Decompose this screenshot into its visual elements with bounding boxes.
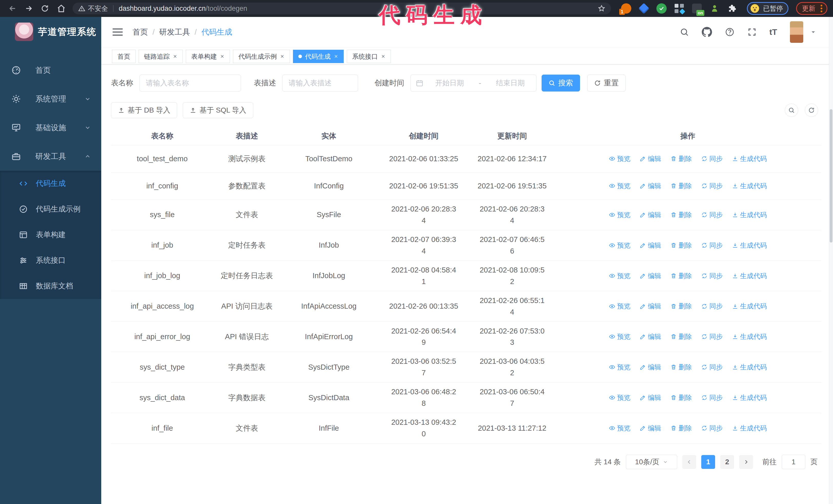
extension-dark-icon[interactable]: on: [691, 3, 702, 14]
preview-link[interactable]: 预览: [609, 210, 630, 220]
sidebar-item-codegen[interactable]: 代码生成: [0, 171, 101, 196]
table-desc-input[interactable]: [282, 75, 358, 92]
sidebar-item-home[interactable]: 首页: [0, 56, 101, 85]
generate-code-link[interactable]: 生成代码: [732, 271, 767, 281]
sync-link[interactable]: 同步: [701, 423, 723, 433]
table-name-input[interactable]: [139, 75, 241, 92]
sync-link[interactable]: 同步: [701, 362, 723, 372]
tab-system-api[interactable]: 系统接口×: [347, 50, 391, 63]
browser-update-button[interactable]: 更新: [796, 2, 827, 15]
generate-code-link[interactable]: 生成代码: [732, 362, 767, 372]
generate-code-link[interactable]: 生成代码: [732, 210, 767, 220]
home-icon[interactable]: [54, 2, 68, 16]
breadcrumb-devtools[interactable]: 研发工具: [159, 27, 190, 38]
reload-icon[interactable]: [38, 2, 52, 16]
sync-link[interactable]: 同步: [701, 181, 723, 191]
edit-link[interactable]: 编辑: [640, 423, 661, 433]
reset-button[interactable]: 重置: [587, 75, 626, 92]
sidebar-item-system-api[interactable]: 系统接口: [0, 248, 101, 273]
forward-icon[interactable]: [22, 2, 35, 16]
toggle-search-icon[interactable]: [785, 103, 798, 117]
generate-code-link[interactable]: 生成代码: [732, 240, 767, 250]
delete-link[interactable]: 删除: [670, 423, 692, 433]
preview-link[interactable]: 预览: [609, 332, 630, 342]
page-button-2[interactable]: 2: [720, 455, 734, 469]
user-avatar[interactable]: [790, 21, 803, 43]
delete-link[interactable]: 删除: [670, 210, 692, 220]
import-sql-button[interactable]: 基于 SQL 导入: [183, 102, 253, 118]
edit-link[interactable]: 编辑: [640, 271, 661, 281]
sync-link[interactable]: 同步: [701, 240, 723, 250]
font-size-icon[interactable]: tT: [769, 27, 777, 37]
close-icon[interactable]: ×: [334, 53, 338, 60]
delete-link[interactable]: 删除: [670, 240, 692, 250]
tab-form-builder[interactable]: 表单构建×: [186, 50, 230, 63]
close-icon[interactable]: ×: [220, 53, 224, 60]
import-db-button[interactable]: 基于 DB 导入: [111, 102, 177, 118]
generate-code-link[interactable]: 生成代码: [732, 392, 767, 403]
kebab-menu-icon[interactable]: [820, 4, 823, 13]
generate-code-link[interactable]: 生成代码: [732, 301, 767, 311]
extension-check-icon[interactable]: [656, 3, 667, 14]
edit-link[interactable]: 编辑: [640, 362, 661, 372]
page-button-1[interactable]: 1: [701, 455, 715, 469]
date-range-picker[interactable]: 开始日期 - 结束日期: [410, 75, 537, 92]
back-icon[interactable]: [6, 2, 19, 16]
sync-link[interactable]: 同步: [701, 392, 723, 403]
close-icon[interactable]: ×: [381, 53, 385, 60]
generate-code-link[interactable]: 生成代码: [732, 423, 767, 433]
sync-link[interactable]: 同步: [701, 271, 723, 281]
tab-home[interactable]: 首页: [112, 50, 136, 63]
bookmark-star-icon[interactable]: [598, 5, 605, 12]
refresh-table-icon[interactable]: [805, 103, 818, 117]
preview-link[interactable]: 预览: [609, 181, 630, 191]
tab-codegen[interactable]: 代码生成×: [293, 50, 344, 63]
fullscreen-icon[interactable]: [747, 27, 757, 37]
sync-link[interactable]: 同步: [701, 332, 723, 342]
edit-link[interactable]: 编辑: [640, 153, 661, 164]
next-page-button[interactable]: [739, 455, 753, 469]
preview-link[interactable]: 预览: [609, 240, 630, 250]
delete-link[interactable]: 删除: [670, 392, 692, 403]
scrollbar-thumb[interactable]: [830, 109, 832, 242]
preview-link[interactable]: 预览: [609, 423, 630, 433]
preview-link[interactable]: 预览: [609, 362, 630, 372]
generate-code-link[interactable]: 生成代码: [732, 181, 767, 191]
sidebar-item-form-builder[interactable]: 表单构建: [0, 222, 101, 248]
sidebar-item-dev-tools[interactable]: 研发工具: [0, 142, 101, 171]
extension-green-icon[interactable]: [709, 3, 720, 14]
delete-link[interactable]: 删除: [670, 271, 692, 281]
delete-link[interactable]: 删除: [670, 301, 692, 311]
prev-page-button[interactable]: [682, 455, 696, 469]
avatar-caret-icon[interactable]: [810, 29, 816, 35]
breadcrumb-home[interactable]: 首页: [133, 27, 148, 38]
edit-link[interactable]: 编辑: [640, 332, 661, 342]
sync-link[interactable]: 同步: [701, 153, 723, 164]
extension-orange-icon[interactable]: 1: [621, 3, 632, 14]
sidebar-item-codegen-demo[interactable]: 代码生成示例: [0, 196, 101, 222]
page-size-select[interactable]: 10条/页: [626, 455, 677, 469]
close-icon[interactable]: ×: [280, 53, 285, 60]
preview-link[interactable]: 预览: [609, 271, 630, 281]
site-security-info[interactable]: 不安全: [78, 4, 108, 13]
preview-link[interactable]: 预览: [609, 153, 630, 164]
delete-link[interactable]: 删除: [670, 153, 692, 164]
sync-link[interactable]: 同步: [701, 301, 723, 311]
delete-link[interactable]: 删除: [670, 362, 692, 372]
extensions-puzzle-icon[interactable]: [727, 3, 738, 14]
delete-link[interactable]: 删除: [670, 332, 692, 342]
generate-code-link[interactable]: 生成代码: [732, 153, 767, 164]
edit-link[interactable]: 编辑: [640, 392, 661, 403]
extension-grid-icon[interactable]: [674, 3, 685, 14]
sidebar-item-system-mgmt[interactable]: 系统管理: [0, 85, 101, 113]
edit-link[interactable]: 编辑: [640, 301, 661, 311]
delete-link[interactable]: 删除: [670, 181, 692, 191]
edit-link[interactable]: 编辑: [640, 181, 661, 191]
search-button[interactable]: 搜索: [542, 75, 580, 92]
sidebar-logo[interactable]: 芋道管理系统: [0, 17, 101, 47]
scrollbar-track[interactable]: [829, 17, 833, 504]
browser-profile-chip[interactable]: 已暂停: [747, 2, 788, 15]
sidebar-item-infrastructure[interactable]: 基础设施: [0, 113, 101, 142]
tab-codegen-demo[interactable]: 代码生成示例×: [233, 50, 290, 63]
address-bar[interactable]: 不安全 dashboard.yudao.iocoder.cn/tool/code…: [73, 3, 611, 14]
